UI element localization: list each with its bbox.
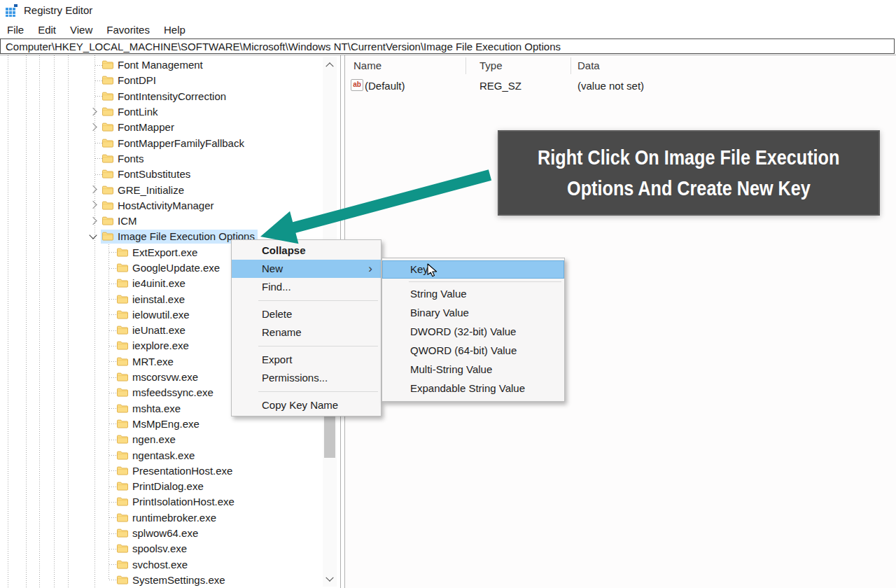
menubar-item-view[interactable]: View [63,24,99,36]
tree-row[interactable]: PrintDialog.exe [0,479,340,494]
tree-row[interactable]: FontIntensityCorrection [0,88,340,104]
tree-row-content[interactable]: msfeedssync.exe [115,386,216,400]
menu-item[interactable]: DWORD (32-bit) Value [382,322,564,341]
chevron-icon[interactable] [89,201,97,209]
tree-row-content[interactable]: ie4uinit.exe [115,276,188,290]
tree-row[interactable]: FontLink [0,104,340,119]
tree-row[interactable]: ICM [0,213,340,228]
tree-row[interactable]: HostActivityManager [0,197,340,213]
value-row[interactable]: ab (Default) REG_SZ (value not set) [345,79,896,93]
tree-row-content[interactable]: Font Management [101,58,206,72]
tree-row-label: FontIntensityCorrection [118,90,226,102]
menu-item[interactable]: QWORD (64-bit) Value [382,341,564,360]
chevron-icon[interactable] [89,216,97,224]
tree-row[interactable]: FontDPI [0,73,340,88]
menu-item[interactable]: Export [232,351,381,369]
menu-item[interactable]: New › [232,260,381,278]
menu-item-label: Collapse [262,244,306,256]
tree-row[interactable]: FontSubstitutes [0,167,340,182]
column-header-data[interactable]: Data [578,59,600,71]
tree-row[interactable]: FontMapper [0,120,340,135]
tree-row-content[interactable]: iexplore.exe [115,339,192,353]
tree-row-content[interactable]: FontIntensityCorrection [101,89,229,103]
tree-row-content[interactable]: PresentationHost.exe [115,463,235,477]
folder-icon [117,544,128,553]
menu-item[interactable]: Rename [232,323,381,342]
value-name[interactable]: (Default) [365,80,405,92]
tree-row-content[interactable]: mshta.exe [115,401,183,415]
tree-row-content[interactable]: ExtExport.exe [115,245,200,259]
address-bar[interactable]: Computer\HKEY_LOCAL_MACHINE\SOFTWARE\Mic… [0,38,895,54]
tree-row[interactable]: runtimebroker.exe [0,510,340,525]
menu-item[interactable]: Collapse [232,241,381,260]
menu-item-label: QWORD (64-bit) Value [410,344,517,356]
chevron-icon[interactable] [89,186,97,193]
menu-item[interactable]: Key [382,260,564,279]
menu-item[interactable]: Multi-String Value [382,360,564,379]
tree-row-content[interactable]: ieUnatt.exe [115,323,188,337]
chevron-icon[interactable] [89,123,97,131]
column-separator[interactable] [570,57,571,74]
tree-row[interactable]: Font Management [0,57,340,73]
tree-row-content[interactable]: svchost.exe [115,557,190,571]
scroll-up-button[interactable] [323,58,337,70]
chevron-icon[interactable] [89,107,97,115]
tree-row-content[interactable]: ieinstal.exe [115,292,188,306]
menu-item[interactable]: Delete [232,305,381,323]
tree-row-content[interactable]: ICM [101,214,140,227]
tree-row-content[interactable]: FontSubstitutes [101,167,193,181]
menu-item[interactable]: Binary Value [382,303,564,322]
tree-row-content[interactable]: FontMapperFamilyFallback [101,136,247,150]
tree-row[interactable]: GRE_Initialize [0,182,340,197]
tree-row[interactable]: Fonts [0,150,340,166]
scroll-down-button[interactable] [323,573,337,585]
menu-item[interactable]: String Value [382,284,564,303]
tree-row[interactable]: MsMpEng.exe [0,416,340,431]
tree-row-content[interactable]: runtimebroker.exe [115,510,219,524]
tree-row-content[interactable]: Fonts [101,151,147,165]
tree-row-content[interactable]: HostActivityManager [101,198,217,212]
tree-row-content[interactable]: MsMpEng.exe [115,416,202,430]
menubar-item-file[interactable]: File [0,24,31,36]
tree-row[interactable]: spoolsv.exe [0,541,340,556]
menubar-item-help[interactable]: Help [157,24,192,36]
folder-icon [117,528,128,538]
tree-row-content[interactable]: spoolsv.exe [115,542,190,556]
menu-item[interactable]: Expandable String Value [382,379,564,398]
tree-row-content[interactable]: ielowutil.exe [115,307,192,321]
tree-row[interactable]: FontMapperFamilyFallback [0,135,340,150]
tree-row-content[interactable]: ngentask.exe [115,448,197,462]
menubar-item-favorites[interactable]: Favorites [99,24,157,36]
menu-item[interactable]: Copy Key Name [232,396,381,414]
tree-row-content[interactable]: FontMapper [101,120,177,134]
tree-row-label: PrintDialog.exe [132,480,204,492]
tree-row-content[interactable]: ngen.exe [115,433,178,447]
tree-row[interactable]: ngentask.exe [0,447,340,463]
menubar-item-edit[interactable]: Edit [31,24,63,36]
tree-row-content[interactable]: GRE_Initialize [101,183,187,197]
tree-row[interactable]: SystemSettings.exe [0,572,340,587]
column-header-type[interactable]: Type [479,59,503,71]
tree-row[interactable]: PresentationHost.exe [0,463,340,478]
tree-row[interactable]: ngen.exe [0,432,340,447]
tree-row-content[interactable]: splwow64.exe [115,526,201,540]
tree-row-content[interactable]: PrintIsolationHost.exe [115,495,237,509]
tree-row[interactable]: svchost.exe [0,556,340,572]
tree-row-label: splwow64.exe [132,527,198,539]
value-type: REG_SZ [479,80,522,92]
tree-row-content[interactable]: PrintDialog.exe [115,479,206,493]
tree-row-content[interactable]: SystemSettings.exe [115,573,228,587]
tree-row-content[interactable]: FontLink [101,104,161,118]
tree-row[interactable]: splwow64.exe [0,525,340,540]
column-header-name[interactable]: Name [354,59,382,71]
tree-row-content[interactable]: FontDPI [101,74,159,88]
tree-row-content[interactable]: mscorsvw.exe [115,370,201,384]
tree-row[interactable]: PrintIsolationHost.exe [0,494,340,510]
column-separator[interactable] [465,57,466,74]
menu-item[interactable]: Permissions... [232,369,381,387]
tree-row-content[interactable]: MRT.exe [115,354,176,368]
menu-item[interactable]: Find... [232,278,381,296]
menu-item-label: Find... [262,281,291,293]
tree-row-content[interactable]: GoogleUpdate.exe [115,260,223,274]
chevron-icon[interactable] [89,231,97,239]
